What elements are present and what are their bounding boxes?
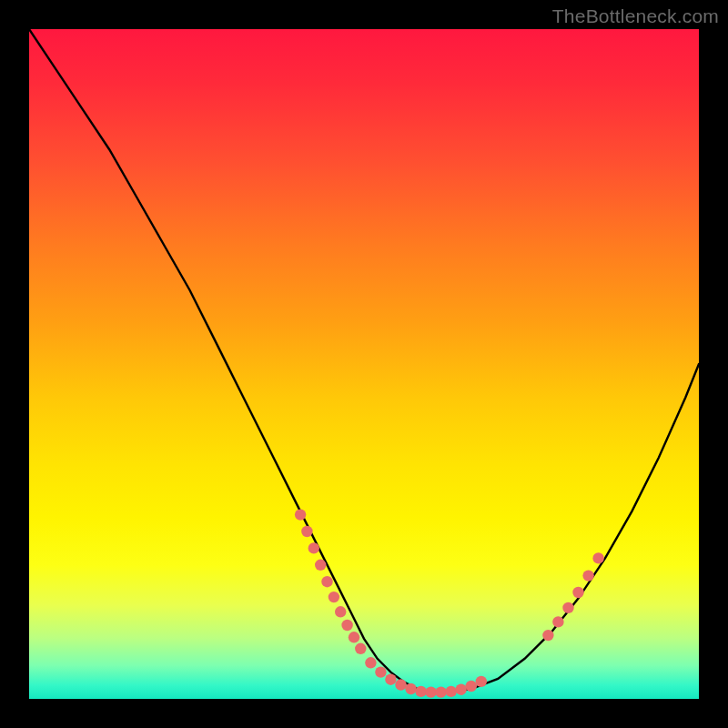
- watermark-text: TheBottleneck.com: [552, 5, 719, 27]
- dot-marker: [315, 560, 326, 571]
- dot-marker: [308, 542, 319, 553]
- dot-marker: [425, 686, 436, 697]
- dot-marker: [415, 686, 426, 697]
- dot-marker: [301, 526, 312, 537]
- dot-marker: [456, 684, 467, 695]
- dot-marker: [446, 686, 457, 697]
- dot-marker: [435, 686, 446, 697]
- dot-marker: [542, 630, 553, 641]
- dot-marker: [476, 676, 487, 687]
- dot-marker: [335, 606, 346, 617]
- dot-marker: [466, 681, 477, 692]
- dot-marker: [405, 683, 416, 694]
- chart-frame: TheBottleneck.com: [0, 0, 728, 728]
- dot-marker: [582, 570, 593, 581]
- dot-markers: [295, 509, 604, 697]
- dot-marker: [552, 616, 563, 627]
- plot-area: [29, 29, 699, 699]
- dot-marker: [375, 666, 386, 677]
- dot-marker: [295, 509, 306, 520]
- dot-marker: [385, 674, 396, 685]
- dot-marker: [341, 620, 352, 631]
- dot-marker: [355, 643, 366, 654]
- dot-marker: [349, 632, 359, 642]
- dot-marker: [395, 679, 406, 690]
- chart-svg: [29, 29, 699, 699]
- bottleneck-curve: [29, 29, 699, 693]
- dot-marker: [592, 552, 603, 563]
- dot-marker: [321, 576, 332, 587]
- dot-marker: [329, 592, 339, 602]
- dot-marker: [562, 602, 573, 613]
- dot-marker: [365, 657, 376, 668]
- dot-marker: [572, 587, 583, 598]
